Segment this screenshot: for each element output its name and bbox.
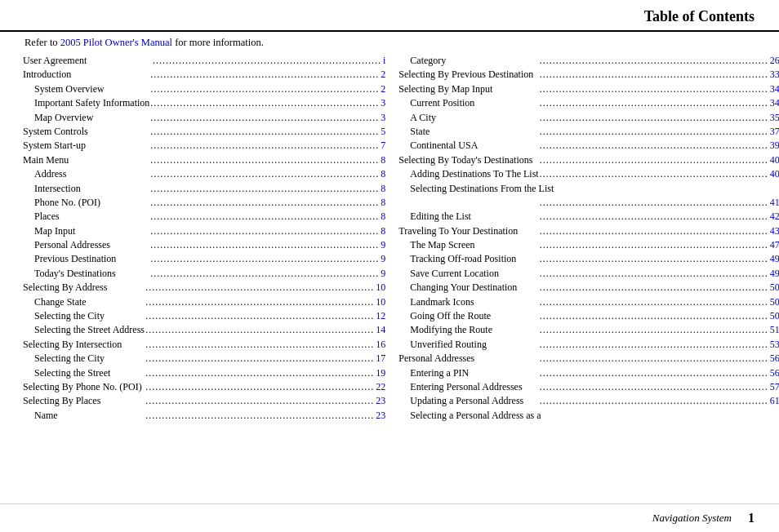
toc-entry-title: Name: [23, 409, 58, 423]
toc-leader-dots: ........................................…: [101, 196, 380, 210]
toc-entry: The Map Screen .........................…: [398, 238, 779, 252]
toc-entry-page: 61: [770, 394, 779, 408]
toc-entry-title: The Map Screen: [398, 238, 474, 252]
toc-entry-title: Selecting By Map Input: [398, 82, 492, 96]
toc-entry: A City .................................…: [398, 111, 779, 125]
toc-entry: Map Input ..............................…: [23, 224, 385, 238]
toc-entry: Current Position .......................…: [398, 96, 779, 110]
toc-entry-page: 40: [770, 167, 779, 181]
toc-entry: Entering a PIN .........................…: [398, 366, 779, 380]
toc-entry: Important Safety Information ...........…: [23, 96, 385, 110]
pilot-manual-link[interactable]: 2005 Pilot Owner's Manual: [60, 37, 172, 48]
toc-entry: Previous Destination ...................…: [23, 252, 385, 266]
toc-entry: Selecting By Map Input .................…: [398, 82, 779, 96]
toc-leader-dots: ........................................…: [111, 238, 380, 252]
toc-entry-title: Selecting By Address: [23, 281, 107, 295]
toc-leader-dots: ........................................…: [82, 182, 381, 196]
footer-nav-system: Navigation System: [652, 512, 732, 525]
toc-entry-page: 22: [376, 380, 385, 394]
toc-entry: Selecting the Street ...................…: [23, 366, 385, 380]
toc-entry-page: 35: [770, 111, 779, 125]
toc-column-mid: Category ...............................…: [392, 52, 779, 503]
toc-leader-dots: ........................................…: [475, 352, 768, 366]
toc-entry-title: Save Current Location: [398, 267, 499, 281]
toc-entry-page: 3: [381, 96, 385, 110]
toc-entry-title: Selecting Destinations From the List: [398, 182, 554, 196]
toc-entry-title: Intersection: [23, 182, 81, 196]
toc-entry-page: 9: [381, 252, 385, 266]
toc-entry: Personal Addresses .....................…: [23, 238, 385, 252]
toc-entry-page: 26: [770, 54, 779, 68]
toc-entry-title: Change State: [23, 295, 87, 309]
toc-leader-dots: ........................................…: [145, 323, 375, 337]
toc-entry-title: Going Off the Route: [398, 309, 491, 323]
toc-entry-title: Modifying the Route: [398, 323, 492, 337]
toc-entry-title: System Start-up: [23, 139, 86, 153]
toc-entry: Category ...............................…: [398, 54, 779, 68]
toc-entry-page: 8: [381, 167, 385, 181]
toc-entry-page: 50: [770, 281, 779, 295]
toc-entry-title: Important Safety Information: [23, 96, 149, 110]
toc-entry-page: 3: [381, 111, 385, 125]
footer-page-number: 1: [748, 511, 755, 525]
toc-entry: Updating a Personal Address ............…: [398, 394, 779, 408]
toc-entry: Selecting By Previous Destination ......…: [398, 68, 779, 82]
toc-entry: Entering Personal Addresses ............…: [398, 380, 779, 394]
toc-entry-title: Editing the List: [398, 210, 471, 224]
toc-leader-dots: ........................................…: [476, 238, 769, 252]
toc-entry-title: Personal Addresses: [23, 238, 110, 252]
toc-entry: Selecting By Today's Destinations ......…: [398, 153, 779, 167]
toc-entry-title: Tracking Off-road Position: [398, 252, 516, 266]
toc-entry: Address ................................…: [23, 167, 385, 181]
toc-entry-page: 56: [770, 352, 779, 366]
toc-entry-page: 9: [381, 267, 385, 281]
toc-entry: Editing the List .......................…: [398, 210, 779, 224]
toc-entry-title: Changing Your Destination: [398, 281, 517, 295]
intro-line: Refer to 2005 Pilot Owner's Manual for m…: [0, 32, 779, 52]
toc-entry-page: 40: [770, 153, 779, 167]
toc-entry: Adding Destinations To The List ........…: [398, 167, 779, 181]
toc-entry-title: Selecting By Today's Destinations: [398, 153, 532, 167]
toc-column-left: User Agreement .........................…: [16, 52, 392, 503]
toc-entry-page: 16: [376, 338, 385, 352]
toc-entry-title: Selecting By Phone No. (POI): [23, 380, 142, 394]
toc-entry-title: Entering a PIN: [398, 366, 469, 380]
toc-entry: Change State ...........................…: [23, 295, 385, 309]
toc-entry-page: 12: [376, 309, 385, 323]
toc-leader-dots: ........................................…: [523, 380, 769, 394]
toc-leader-dots: ........................................…: [122, 338, 375, 352]
toc-entry: State ..................................…: [398, 125, 779, 139]
toc-entry-title: Selecting By Previous Destination: [398, 68, 533, 82]
toc-entry-page: 2: [381, 82, 385, 96]
toc-leader-dots: ........................................…: [492, 309, 769, 323]
toc-entry-title: Selecting a Personal Address as a: [398, 409, 541, 423]
toc-entry-page: 53: [770, 338, 779, 352]
toc-entry-page: 37: [770, 125, 779, 139]
toc-entry-page: 50: [770, 295, 779, 309]
toc-entry-page: 47: [770, 238, 779, 252]
toc-entry-title: A City: [398, 111, 436, 125]
toc-leader-dots: ........................................…: [493, 323, 769, 337]
toc-leader-dots: ........................................…: [76, 224, 380, 238]
toc-entry-page: 8: [381, 224, 385, 238]
toc-entry: Personal Addresses .....................…: [398, 352, 779, 366]
toc-entry-title: Selecting the City: [23, 352, 105, 366]
toc-entry-page: 10: [376, 281, 385, 295]
toc-leader-dots: ........................................…: [472, 210, 769, 224]
toc-entry: Phone No. (POI) ........................…: [23, 196, 385, 210]
toc-entry-page: 17: [376, 352, 385, 366]
toc-leader-dots: ........................................…: [60, 210, 381, 224]
toc-entry: Going Off the Route ....................…: [398, 309, 779, 323]
toc-leader-dots: ........................................…: [500, 267, 769, 281]
toc-entry-page: 8: [381, 196, 385, 210]
intro-after: for more information.: [172, 37, 264, 48]
page-title: Table of Contents: [644, 8, 755, 24]
toc-entry-page: 2: [381, 68, 385, 82]
toc-entry: ........................................…: [398, 196, 779, 210]
toc-entry-page: 23: [376, 394, 385, 408]
toc-leader-dots: ........................................…: [117, 267, 381, 281]
toc-entry-page: 49: [770, 252, 779, 266]
toc-entry: Modifying the Route ....................…: [398, 323, 779, 337]
toc-leader-dots: ........................................…: [487, 338, 769, 352]
toc-entry-title: Updating a Personal Address: [398, 394, 523, 408]
